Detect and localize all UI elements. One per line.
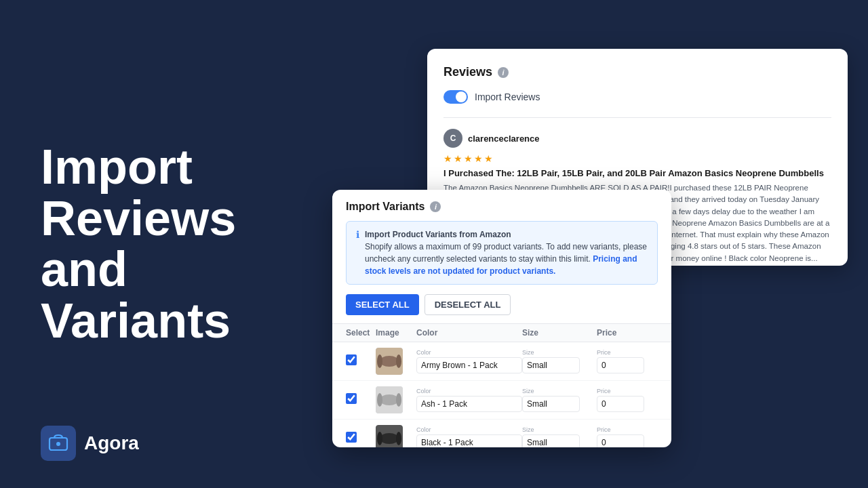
- size-field-3[interactable]: Size: [522, 426, 597, 447]
- color-label-2: Color: [416, 388, 522, 394]
- row-checkbox-2[interactable]: [346, 393, 357, 404]
- size-field-2[interactable]: Size: [522, 388, 597, 412]
- price-label-2: Price: [597, 388, 658, 394]
- svg-point-8: [377, 393, 382, 407]
- th-price: Price: [597, 328, 658, 338]
- title-line-2: Reviews: [41, 190, 236, 245]
- star-5: ★: [484, 153, 493, 164]
- th-size: Size: [522, 328, 597, 338]
- toggle-row: Import Reviews: [443, 90, 831, 104]
- color-label-1: Color: [416, 349, 522, 356]
- variants-card: Import Variants i ℹ Import Product Varia…: [332, 190, 671, 447]
- th-select: Select: [346, 328, 376, 338]
- title-line-3: and: [41, 242, 127, 296]
- title-line-1: Import: [41, 140, 193, 194]
- price-field-2[interactable]: Price: [597, 388, 658, 412]
- select-all-button[interactable]: SELECT ALL: [346, 294, 419, 315]
- reviews-info-icon: i: [498, 67, 509, 78]
- table-body: Color Size Price: [332, 342, 671, 447]
- star-3: ★: [464, 153, 473, 164]
- size-input-2[interactable]: [522, 396, 580, 412]
- svg-point-11: [380, 433, 399, 444]
- price-input-2[interactable]: [597, 396, 644, 412]
- color-input-1[interactable]: [416, 357, 522, 373]
- variants-header: Import Variants i: [332, 190, 671, 213]
- table-row: Color Size Price: [332, 420, 671, 447]
- page-title: Import Reviews and Variants: [41, 142, 298, 346]
- size-label-1: Size: [522, 349, 597, 356]
- table-row: Color Size Price: [332, 381, 671, 420]
- left-panel: Import Reviews and Variants: [41, 142, 298, 346]
- reviewer-name: clarenceclarence: [468, 134, 540, 144]
- star-2: ★: [454, 153, 462, 164]
- price-field-3[interactable]: Price: [597, 426, 658, 447]
- size-label-2: Size: [522, 388, 597, 394]
- table-row: Color Size Price: [332, 342, 671, 381]
- star-1: ★: [443, 153, 452, 164]
- svg-point-13: [396, 432, 401, 445]
- svg-point-9: [396, 393, 401, 407]
- color-input-3[interactable]: [416, 434, 522, 447]
- variants-info-icon: i: [430, 201, 441, 212]
- checkbox-cell-3[interactable]: [346, 432, 376, 445]
- price-field-1[interactable]: Price: [597, 349, 658, 373]
- svg-point-5: [396, 354, 401, 368]
- color-field-3[interactable]: Color: [416, 426, 522, 447]
- size-field-1[interactable]: Size: [522, 349, 597, 373]
- color-field-2[interactable]: Color: [416, 388, 522, 412]
- deselect-all-button[interactable]: DESELECT ALL: [425, 294, 511, 315]
- actions-row: SELECT ALL DESELECT ALL: [332, 294, 671, 323]
- color-label-3: Color: [416, 426, 522, 433]
- svg-point-1: [56, 442, 60, 446]
- info-box: ℹ Import Product Variants from Amazon Sh…: [346, 221, 658, 285]
- toggle-label: Import Reviews: [475, 92, 540, 102]
- row-image-2: [376, 386, 403, 413]
- row-checkbox-1[interactable]: [346, 354, 357, 365]
- import-reviews-toggle[interactable]: [443, 90, 468, 104]
- divider: [443, 117, 831, 118]
- reviews-title: Reviews: [443, 65, 492, 79]
- checkbox-cell-1[interactable]: [346, 354, 376, 368]
- reviews-header: Reviews i: [443, 65, 831, 79]
- svg-point-3: [380, 356, 399, 367]
- th-color: Color: [416, 328, 522, 338]
- svg-point-7: [380, 394, 399, 405]
- info-title: Import Product Variants from Amazon: [365, 230, 511, 239]
- info-circle-icon: ℹ: [356, 229, 359, 240]
- size-input-1[interactable]: [522, 357, 580, 373]
- color-input-2[interactable]: [416, 396, 522, 412]
- svg-point-12: [377, 432, 382, 445]
- row-checkbox-3[interactable]: [346, 432, 357, 443]
- row-image-1: [376, 348, 403, 375]
- avatar: C: [443, 129, 462, 148]
- checkbox-cell-2[interactable]: [346, 393, 376, 407]
- svg-point-4: [377, 354, 382, 368]
- logo-icon: [41, 426, 76, 461]
- color-field-1[interactable]: Color: [416, 349, 522, 373]
- price-input-3[interactable]: [597, 434, 644, 447]
- star-4: ★: [474, 153, 483, 164]
- table-header: Select Image Color Size Price: [332, 323, 671, 342]
- size-input-3[interactable]: [522, 434, 580, 447]
- info-box-text: Import Product Variants from Amazon Shop…: [365, 228, 648, 277]
- variants-title: Import Variants: [346, 201, 425, 213]
- logo-label: Agora: [84, 432, 139, 454]
- price-input-1[interactable]: [597, 357, 644, 373]
- price-label-3: Price: [597, 426, 658, 433]
- title-line-4: Variants: [41, 293, 231, 348]
- th-image: Image: [376, 328, 416, 338]
- review-headline: I Purchased The: 12LB Pair, 15LB Pair, a…: [443, 168, 831, 178]
- row-image-3: [376, 425, 403, 447]
- size-label-3: Size: [522, 426, 597, 433]
- price-label-1: Price: [597, 349, 658, 356]
- stars-row: ★ ★ ★ ★ ★: [443, 153, 831, 164]
- logo-area: Agora: [41, 426, 139, 461]
- reviewer-row: C clarenceclarence: [443, 129, 831, 148]
